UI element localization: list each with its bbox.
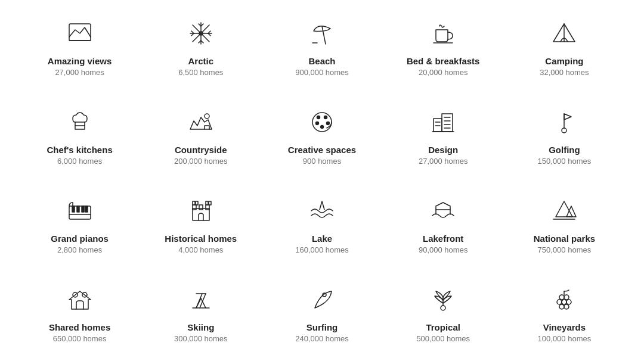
svg-rect-44 [85, 206, 88, 212]
vineyards-count: 100,000 homes [538, 334, 592, 343]
svg-rect-48 [206, 205, 209, 210]
category-item-amazing-views[interactable]: Amazing views27,000 homes [24, 12, 135, 82]
category-item-grand-pianos[interactable]: Grand pianos2,800 homes [24, 189, 135, 259]
svg-rect-47 [199, 205, 203, 210]
golfing-icon [547, 105, 581, 139]
bed-breakfasts-count: 20,000 homes [419, 68, 467, 77]
historical-homes-icon [184, 194, 218, 228]
design-icon [426, 105, 460, 139]
svg-point-73 [566, 300, 571, 304]
category-item-skiing[interactable]: Skiing300,000 homes [145, 278, 256, 348]
chefs-kitchens-count: 6,000 homes [57, 157, 102, 166]
svg-rect-45 [193, 208, 209, 220]
tropical-name: Tropical [426, 322, 460, 332]
vineyards-name: Vineyards [543, 322, 586, 332]
chefs-kitchens-name: Chef's kitchens [47, 145, 112, 155]
svg-rect-52 [209, 201, 211, 205]
shared-homes-count: 650,000 homes [53, 334, 107, 343]
tropical-icon [426, 283, 460, 316]
amazing-views-name: Amazing views [48, 56, 112, 66]
grand-pianos-icon [63, 194, 97, 228]
arctic-name: Arctic [188, 56, 214, 66]
shared-homes-icon [63, 283, 97, 316]
svg-rect-41 [72, 206, 75, 212]
category-item-bed-breakfasts[interactable]: Bed & breakfasts20,000 homes [388, 12, 499, 82]
category-grid: Amazing views27,000 homesArctic6,500 hom… [24, 12, 620, 348]
national-parks-name: National parks [534, 233, 595, 244]
historical-homes-count: 4,000 homes [178, 245, 223, 254]
category-item-design[interactable]: Design27,000 homes [388, 101, 499, 170]
category-item-tropical[interactable]: Tropical500,000 homes [388, 278, 499, 348]
surfing-count: 240,000 homes [295, 334, 349, 343]
grand-pianos-count: 2,800 homes [57, 245, 102, 254]
category-item-golfing[interactable]: Golfing150,000 homes [509, 101, 620, 170]
svg-point-74 [559, 304, 564, 309]
category-item-historical-homes[interactable]: Historical homes4,000 homes [145, 189, 256, 259]
svg-rect-29 [442, 114, 453, 132]
camping-name: Camping [545, 56, 583, 66]
grand-pianos-name: Grand pianos [51, 233, 109, 244]
svg-line-15 [322, 26, 326, 44]
category-item-camping[interactable]: Camping32,000 homes [509, 12, 620, 82]
camping-count: 32,000 homes [540, 68, 589, 77]
lakefront-name: Lakefront [423, 233, 463, 244]
category-item-shared-homes[interactable]: Shared homes650,000 homes [24, 278, 135, 348]
svg-rect-51 [206, 201, 208, 205]
category-item-chefs-kitchens[interactable]: Chef's kitchens6,000 homes [24, 101, 135, 170]
national-parks-icon [547, 194, 581, 228]
beach-icon [305, 17, 339, 50]
svg-rect-50 [196, 201, 198, 205]
lake-name: Lake [312, 233, 332, 244]
skiing-icon [184, 283, 218, 316]
lakefront-icon [426, 194, 460, 228]
category-item-vineyards[interactable]: Vineyards100,000 homes [509, 278, 620, 348]
category-item-lakefront[interactable]: Lakefront90,000 homes [388, 189, 499, 259]
countryside-count: 200,000 homes [174, 157, 228, 166]
shared-homes-name: Shared homes [49, 322, 110, 332]
svg-point-75 [564, 304, 569, 309]
surfing-name: Surfing [306, 322, 338, 332]
svg-point-70 [564, 295, 569, 300]
category-item-surfing[interactable]: Surfing240,000 homes [266, 278, 377, 348]
arctic-icon [184, 17, 218, 50]
category-item-creative-spaces[interactable]: Creative spaces900 homes [266, 101, 377, 170]
svg-point-26 [315, 122, 318, 125]
category-item-arctic[interactable]: Arctic6,500 homes [145, 12, 256, 82]
vineyards-icon [547, 283, 581, 316]
svg-rect-42 [77, 206, 79, 212]
national-parks-count: 750,000 homes [538, 245, 592, 254]
svg-point-24 [324, 116, 327, 119]
svg-rect-28 [434, 119, 442, 132]
countryside-icon [184, 105, 218, 139]
svg-point-23 [317, 116, 320, 119]
golfing-name: Golfing [549, 145, 580, 155]
svg-rect-49 [193, 201, 195, 205]
design-name: Design [428, 145, 458, 155]
svg-point-37 [562, 128, 566, 133]
category-item-beach[interactable]: Beach900,000 homes [266, 12, 377, 82]
category-item-countryside[interactable]: Countryside200,000 homes [145, 101, 256, 170]
lake-count: 160,000 homes [295, 245, 349, 254]
bed-breakfasts-icon [426, 17, 460, 50]
svg-rect-43 [82, 206, 84, 212]
bed-breakfasts-name: Bed & breakfasts [407, 56, 480, 66]
svg-point-72 [562, 300, 566, 304]
chefs-kitchens-icon [63, 105, 97, 139]
creative-spaces-count: 900 homes [303, 157, 341, 166]
svg-point-69 [559, 295, 564, 300]
tropical-count: 500,000 homes [416, 334, 470, 343]
creative-spaces-name: Creative spaces [288, 145, 356, 155]
lakefront-count: 90,000 homes [419, 245, 467, 254]
svg-point-27 [320, 126, 323, 129]
golfing-count: 150,000 homes [538, 157, 592, 166]
lake-icon [305, 194, 339, 228]
amazing-views-icon [63, 17, 97, 50]
camping-icon [547, 17, 581, 50]
arctic-count: 6,500 homes [178, 68, 223, 77]
svg-point-25 [326, 122, 329, 125]
skiing-name: Skiing [187, 322, 214, 332]
historical-homes-name: Historical homes [165, 233, 237, 244]
category-item-lake[interactable]: Lake160,000 homes [266, 189, 377, 259]
category-item-national-parks[interactable]: National parks750,000 homes [509, 189, 620, 259]
amazing-views-count: 27,000 homes [55, 68, 104, 77]
